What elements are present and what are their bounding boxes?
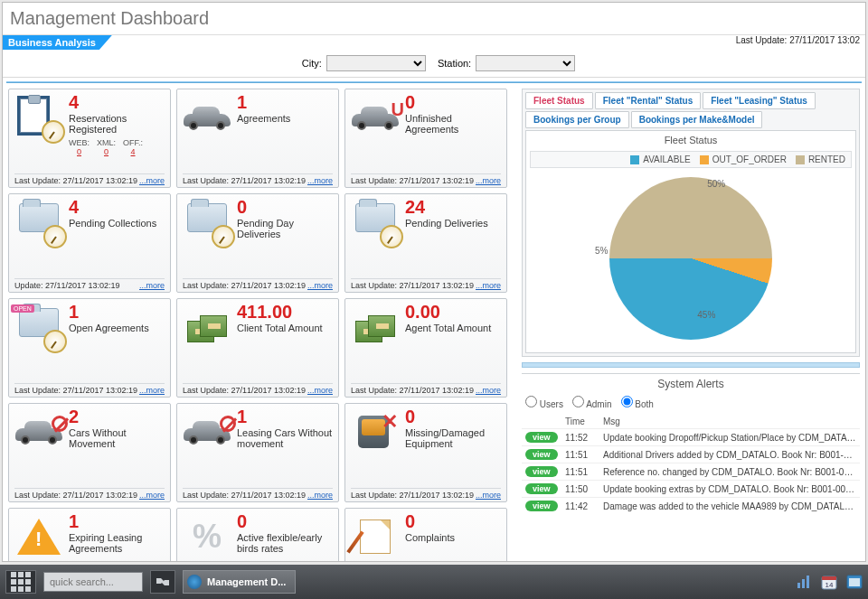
card-value: 1 [69, 512, 165, 530]
tray-chart-icon[interactable] [796, 574, 812, 590]
alerts-th-time: Time [561, 415, 599, 429]
metric-card: 1AgreementsLast Update: 27/11/2017 13:02… [176, 89, 339, 188]
taskbar-toggle-icon[interactable] [150, 570, 175, 594]
card-value: 1 [69, 303, 165, 321]
card-icon [183, 93, 231, 142]
card-value: 411.00 [237, 303, 333, 321]
card-icon [14, 512, 63, 561]
metric-card: 0Complaints...more [344, 508, 507, 562]
alert-row: view11:42Damage was added to the vehicle… [522, 498, 860, 515]
alert-msg: Damage was added to the vehicle MAA989 b… [599, 498, 860, 515]
alert-row: view11:51Reference no. changed by CDM_DA… [522, 463, 860, 481]
alert-view-button[interactable]: view [525, 432, 558, 443]
card-label: Agent Total Amount [405, 323, 501, 333]
card-more-link[interactable]: ...more [476, 386, 501, 395]
station-select[interactable] [476, 55, 575, 71]
tray-calendar-icon[interactable]: 14 [821, 574, 837, 590]
card-more-link[interactable]: ...more [307, 176, 333, 185]
legend-item: OUT_OF_ORDER [700, 154, 787, 164]
alert-time: 11:51 [561, 446, 599, 463]
alert-view-button[interactable]: view [525, 466, 558, 477]
taskbar-app-label: Management D... [207, 576, 286, 587]
card-more-link[interactable]: ...more [307, 491, 333, 500]
card-more-link[interactable]: ...more [139, 281, 165, 290]
filter-row: City: Station: [3, 51, 865, 78]
card-more-link[interactable]: ...more [139, 386, 165, 395]
card-label: Unfinished Agreements [405, 113, 501, 135]
tab[interactable]: Bookings per Make&Model [631, 111, 763, 128]
page-title: Management Dashboard [3, 3, 865, 35]
card-update-ts: Last Update: 27/11/2017 13:02:19 [14, 386, 137, 395]
card-label: Pending Day Deliveries [237, 218, 333, 239]
card-label: Client Total Amount [237, 323, 333, 333]
chart-legend: AVAILABLEOUT_OF_ORDERRENTED [530, 151, 852, 168]
metric-card: 2Cars Without MovementLast Update: 27/11… [8, 403, 171, 502]
app-window: Management Dashboard Business Analysis L… [2, 2, 866, 562]
right-column: Fleet StatusFleet "Rental" StatusFleet "… [522, 89, 860, 562]
alert-row: view11:51Additional Drivers added by CDM… [522, 446, 860, 463]
card-more-link[interactable]: ...more [476, 281, 501, 290]
card-update-ts: Last Update: 27/11/2017 13:02:19 [351, 281, 474, 290]
tab[interactable]: Fleet "Rental" Status [595, 92, 702, 109]
alert-view-button[interactable]: view [525, 501, 558, 511]
alerts-panel: System Alerts Users Admin Both Time Msg … [522, 373, 860, 514]
card-more-link[interactable]: ...more [307, 281, 333, 290]
alert-filters: Users Admin Both [522, 394, 860, 415]
card-more-link[interactable]: ...more [139, 176, 165, 185]
svg-rect-7 [849, 578, 860, 586]
filter-both[interactable]: Both [621, 396, 654, 409]
pie-chart [609, 177, 772, 340]
sub-header: Business Analysis Last Update: 27/11/201… [3, 35, 865, 51]
tray-window-icon[interactable] [846, 574, 863, 590]
card-label: Cars Without Movement [69, 427, 165, 449]
content-area: 4Reservations RegisteredWEB:0XML:0OFF.:4… [3, 89, 865, 562]
card-value: 1 [237, 93, 333, 111]
card-label: Reservations Registered [69, 113, 165, 135]
card-value: 2 [69, 407, 165, 426]
card-more-link[interactable]: ...more [476, 176, 501, 185]
card-more-link[interactable]: ...more [476, 491, 501, 500]
filter-users[interactable]: Users [525, 396, 563, 409]
start-grid-icon[interactable] [5, 570, 36, 594]
alert-view-button[interactable]: view [525, 483, 558, 494]
card-icon: % [183, 512, 231, 561]
divider-accent [6, 81, 862, 83]
card-value: 0 [405, 407, 501, 426]
card-value: 0 [405, 512, 501, 530]
card-label: Leasing Cars Without movement [237, 427, 333, 449]
card-icon [183, 407, 231, 456]
svg-rect-1 [802, 579, 805, 588]
card-value: 0 [237, 512, 333, 530]
pie-label-rented: 50% [707, 179, 725, 189]
metric-card: 4Reservations RegisteredWEB:0XML:0OFF.:4… [8, 89, 171, 188]
card-label: Open Agreements [69, 323, 165, 333]
alert-msg: Update booking extras by CDM_DATALO. Boo… [599, 481, 860, 498]
tab[interactable]: Fleet Status [525, 92, 593, 109]
alert-time: 11:42 [561, 498, 599, 515]
card-icon: ✕ [351, 407, 400, 456]
card-label: Complaints [405, 532, 501, 543]
city-label: City: [302, 58, 322, 69]
filter-admin[interactable]: Admin [572, 396, 612, 409]
quick-search-input[interactable] [43, 572, 143, 592]
card-update-ts: Last Update: 27/11/2017 13:02:19 [14, 491, 137, 500]
card-update-ts: Update: 27/11/2017 13:02:19 [14, 281, 120, 290]
globe-icon [187, 575, 202, 589]
alert-view-button[interactable]: view [525, 449, 558, 460]
alert-time: 11:51 [561, 463, 599, 481]
card-label: Missing/Damaged Equipment [405, 427, 501, 449]
alerts-th-msg: Msg [599, 415, 860, 429]
chart-panel: Fleet Status AVAILABLEOUT_OF_ORDERRENTED… [525, 130, 856, 353]
tab[interactable]: Bookings per Group [525, 111, 629, 128]
cards-grid: 4Reservations RegisteredWEB:0XML:0OFF.:4… [8, 89, 516, 562]
card-update-ts: Last Update: 27/11/2017 13:02:19 [183, 491, 306, 500]
taskbar-app-button[interactable]: Management D... [183, 570, 296, 594]
city-select[interactable] [326, 55, 426, 71]
alerts-table: Time Msg view11:52Update booking Dropoff… [522, 415, 860, 514]
card-value: 4 [69, 93, 165, 111]
card-more-link[interactable]: ...more [307, 386, 333, 395]
card-more-link[interactable]: ...more [139, 491, 165, 500]
cards-column: 4Reservations RegisteredWEB:0XML:0OFF.:4… [8, 89, 516, 562]
tabs-panel: Fleet StatusFleet "Rental" StatusFleet "… [522, 89, 860, 357]
tab[interactable]: Fleet "Leasing" Status [703, 92, 816, 109]
